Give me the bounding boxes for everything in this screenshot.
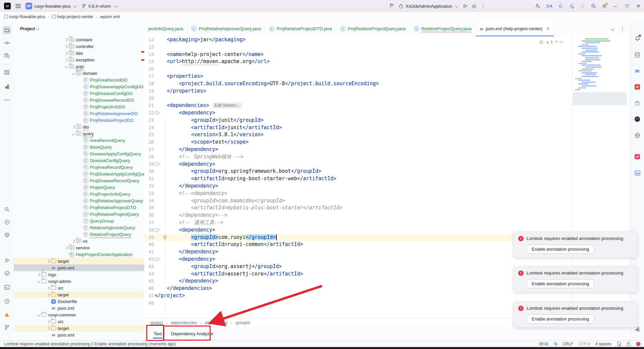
tree-item-projdiseaseconfigdo[interactable]: CProjDiseaseConfigDO [14,90,144,97]
history-tool-button[interactable] [3,297,11,305]
code-line-20[interactable]: 20 [144,95,572,102]
code-line-27[interactable]: 27 </dependency> [144,146,572,153]
tree-item-helpprojectcenterapplication[interactable]: CHelpProjectCenterApplication [14,251,144,258]
google-translate-status-icon[interactable]: G [554,342,557,346]
code-editor[interactable]: 12 <packaging>jar</packaging>1314 <name>… [144,36,572,318]
dependencies-tool-button[interactable] [3,231,11,239]
code-line-12[interactable]: 12 <packaging>jar</packaging> [144,36,572,44]
plugin-box-icon[interactable] [633,99,641,107]
notification-card[interactable]: !Lombok requires enabled annotation proc… [513,232,637,258]
more-actions-icon[interactable]: ⋮ [481,3,486,9]
build-hammer-icon[interactable] [389,3,394,9]
project-tool-button[interactable] [3,26,11,34]
caret-position-widget[interactable]: 39:41 [539,342,549,346]
tab-close-icon[interactable]: ✕ [546,26,550,31]
tree-caret-icon[interactable] [70,72,76,74]
code-line-35[interactable]: 35 <artifactId>mybatis-plus-boot-starter… [144,204,572,212]
breadcrumb-item[interactable]: ruoyi-flowable-plus [4,14,45,19]
tree-caret-icon[interactable] [36,273,41,276]
enable-annotation-processing-button[interactable]: Enable annotation processing [527,314,594,323]
minimap-viewport[interactable] [573,92,627,105]
tree-item-projprojectinfodo[interactable]: CProjProjectInfoDO [14,103,144,110]
code-line-22[interactable]: 22 <dependency> [144,109,572,117]
tree-caret-icon[interactable] [63,39,69,41]
tree-item-src[interactable]: src [14,318,144,325]
tree-item-pom.xml[interactable]: mpom.xml [14,264,144,271]
tree-item-vo[interactable]: vo [14,238,144,244]
tree-item-arearecordquery[interactable]: CAreaRecordQuery [14,137,144,144]
code-line-30[interactable]: 30 <groupId>org.springframework.boot</gr… [144,168,572,175]
tree-caret-icon[interactable] [63,52,69,54]
code-line-40[interactable]: 40 <artifactId>ruoyi-common</artifactId> [144,241,572,248]
tree-caret-icon[interactable] [63,59,69,61]
editor-tab-jectinfoquery.java[interactable]: jectInfoQuery.java [144,21,187,36]
code-line-32[interactable]: 32 </dependency> [144,183,572,190]
rocket-run-icon[interactable] [558,3,564,9]
tree-item-projdiseaserecordquery[interactable]: CProjDiseaseRecordQuery [14,177,144,184]
status-message[interactable]: Lombok requires enabled annotation proce… [0,342,176,346]
tree-item-relativeapproverquery[interactable]: CRelativeApproverQuery [14,224,144,231]
tree-item-projdiseaserecorddo[interactable]: CProjDiseaseRecordDO [14,97,144,103]
database-tool-button[interactable] [633,51,641,59]
settings-gear-icon[interactable] [602,3,607,9]
tree-item-projrelativeprojectquery[interactable]: CProjRelativeProjectQuery [14,211,144,217]
tree-caret-icon[interactable] [63,65,69,68]
code-line-41[interactable]: 41 </dependency> [144,248,572,256]
tree-item-src[interactable]: src [14,285,144,291]
tree-caret-icon[interactable] [70,133,76,135]
code-line-47[interactable]: 47</project> [144,292,572,300]
tree-caret-icon[interactable] [70,240,76,242]
version-control-tool-button[interactable] [3,323,11,332]
code-line-34[interactable]: 34 <groupId>com.baomidou</groupId> [144,197,572,205]
code-line-21[interactable]: 21 <dependencies>Edit Starters... [144,102,572,109]
error-indicator-icon[interactable] [636,342,641,346]
editor-tab-projrelativeapproverquery.java[interactable]: CProjRelativeApproverQuery.java [187,21,265,36]
tree-item-query[interactable]: query [14,130,144,137]
code-line-44[interactable]: 44 <artifactId>assertj-core</artifactId> [144,270,572,278]
tree-item-projdiseaseapplyconfigquery[interactable]: CProjDiseaseApplyConfigQuery [14,170,144,177]
tree-item-projrelativeapproverdo[interactable]: CProjRelativeApproverDO [14,110,144,117]
tree-item-projrelativeapproverquery[interactable]: CProjRelativeApproverQuery [14,197,144,204]
database-search-tool-button[interactable] [3,51,11,60]
globe-plugin-icon[interactable] [633,131,641,139]
edit-starters-chip[interactable]: Edit Starters... [213,103,242,108]
code-line-31[interactable]: 31 <artifactId>spring-boot-starter-web</… [144,175,572,183]
line-ending-widget[interactable]: CRLF [563,342,573,346]
notifications-bell-icon[interactable] [633,35,641,43]
breadcrumb-item[interactable]: mpom.xml [100,14,120,19]
inspection-widget[interactable]: ∅ ▲ 1 [539,39,563,45]
xml-breadcrumb-item-groupId[interactable]: groupId [236,320,250,325]
tree-item-projectquery[interactable]: CProjectQuery [14,184,144,191]
code-line-38[interactable]: 38 <dependency> [144,227,572,234]
window-close-button[interactable]: ✕ [635,3,641,9]
code-line-28[interactable]: 28 <!-- SpringWeb模块 --> [144,153,572,161]
code-line-15[interactable]: 15 <url>http://maven.apache.org</url> [144,58,572,65]
tree-item-projarearecordquery[interactable]: CProjAreaRecordQuery [14,164,144,170]
tree-item-pom.xml[interactable]: mpom.xml [14,332,144,338]
code-line-17[interactable]: 17 <properties> [144,73,572,80]
tree-item-relativeprojectquery[interactable]: CRelativeProjectQuery [14,231,144,238]
code-line-23[interactable]: 23 <groupId>junit</groupId> [144,117,572,124]
more-tools-button[interactable] [3,96,11,104]
code-line-14[interactable]: 14 <name>help-project-center</name> [144,51,572,58]
code-with-me-icon[interactable] [535,3,541,9]
code-line-33[interactable]: 33 <!--<dependency> [144,190,572,197]
tree-caret-icon[interactable] [45,287,51,289]
tree-item-service[interactable]: service [14,244,144,251]
code-line-13[interactable]: 13 [144,44,572,51]
tree-item-dockerfile[interactable]: DDockerfile [14,298,144,305]
code-line-43[interactable]: 43 <groupId>org.assertj</groupId> [144,263,572,270]
xml-breadcrumb-item-dependencies[interactable]: dependencies [171,320,197,325]
search-tool-button[interactable] [3,205,11,213]
prev-problem-icon[interactable] [555,41,558,44]
tree-caret-icon[interactable] [63,247,69,249]
code-line-29[interactable]: 29 <dependency> [144,161,572,168]
terminal-tool-button[interactable] [3,283,11,291]
debug-button[interactable] [472,4,477,9]
tree-item-diseaseapplyconfigquery[interactable]: CDiseaseApplyConfigQuery [14,150,144,157]
tree-item-exception[interactable]: exception [14,56,144,63]
tree-item-domain[interactable]: domain [14,70,144,77]
code-line-46[interactable]: 46 </dependencies> [144,285,572,292]
jrebel-tool-button[interactable]: JR [3,82,11,91]
tree-item-constant[interactable]: constant [14,36,144,43]
